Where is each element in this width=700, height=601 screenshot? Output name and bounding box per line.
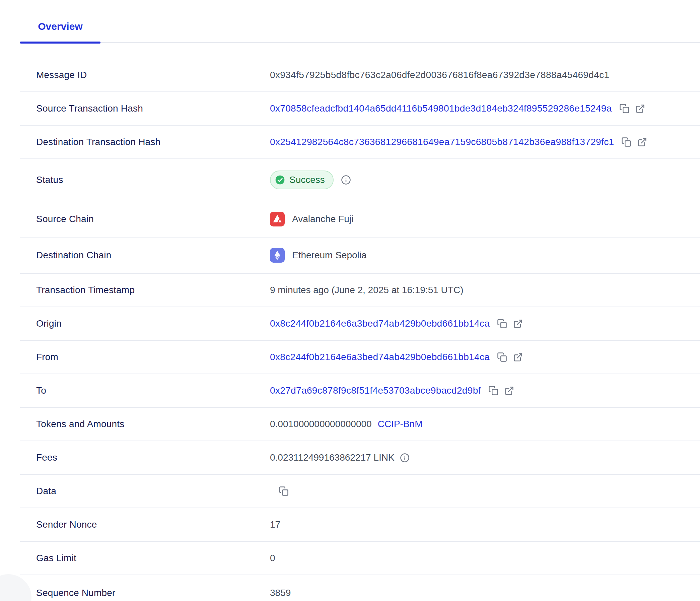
gas-limit-label: Gas Limit — [20, 553, 270, 564]
data-copy-button[interactable] — [279, 486, 289, 496]
copy-icon — [497, 352, 507, 362]
tokens-and-amounts-label: Tokens and Amounts — [20, 419, 270, 429]
from-external-link-button[interactable] — [513, 352, 523, 362]
tab-overview-label: Overview — [38, 21, 82, 32]
copy-icon — [497, 319, 507, 329]
row-gas-limit: Gas Limit 0 — [20, 542, 700, 575]
message-id-label: Message ID — [20, 70, 270, 80]
info-icon — [400, 453, 409, 462]
destination-tx-hash-label: Destination Transaction Hash — [20, 137, 270, 147]
source-chain-label: Source Chain — [20, 214, 270, 224]
data-label: Data — [20, 486, 270, 497]
to-address-link[interactable]: 0x27d7a69c878f9c8f51f4e53703abce9bacd2d9… — [270, 385, 481, 396]
external-link-icon — [513, 352, 523, 362]
destination-chain-label: Destination Chain — [20, 250, 270, 260]
tab-overview[interactable]: Overview — [20, 21, 100, 43]
copy-icon — [619, 103, 629, 114]
origin-label: Origin — [20, 318, 270, 329]
tab-bar: Overview — [0, 0, 700, 43]
destination-chain-name: Ethereum Sepolia — [292, 250, 367, 260]
tab-bar-rule — [20, 42, 700, 43]
destination-tx-external-link-button[interactable] — [638, 137, 647, 147]
to-label: To — [20, 385, 270, 396]
origin-external-link-button[interactable] — [513, 319, 523, 329]
row-source-tx-hash: Source Transaction Hash 0x70858cfeadcfbd… — [20, 92, 700, 126]
copy-icon — [621, 137, 631, 147]
row-from: From 0x8c244f0b2164e6a3bed74ab429b0ebd66… — [20, 341, 700, 374]
external-link-icon — [635, 104, 645, 114]
row-to: To 0x27d7a69c878f9c8f51f4e53703abce9bacd… — [20, 374, 700, 408]
sender-nonce-label: Sender Nonce — [20, 519, 270, 530]
row-destination-tx-hash: Destination Transaction Hash 0x254129825… — [20, 126, 700, 159]
row-origin: Origin 0x8c244f0b2164e6a3bed74ab429b0ebd… — [20, 307, 700, 341]
token-amount-value: 0.001000000000000000 — [270, 419, 372, 429]
gas-limit-value: 0 — [270, 553, 275, 564]
sequence-number-value: 3859 — [270, 587, 291, 598]
fees-label: Fees — [20, 452, 270, 463]
from-address-link[interactable]: 0x8c244f0b2164e6a3bed74ab429b0ebd661bb14… — [270, 352, 490, 362]
destination-tx-copy-button[interactable] — [621, 137, 631, 147]
to-copy-button[interactable] — [488, 385, 498, 396]
tab-active-underline — [20, 42, 100, 44]
destination-chain-value: Ethereum Sepolia — [270, 248, 367, 262]
source-tx-copy-button[interactable] — [619, 103, 629, 114]
status-info-button[interactable] — [341, 175, 351, 185]
row-sequence-number: Sequence Number 3859 — [20, 575, 700, 601]
status-badge-text: Success — [290, 175, 325, 185]
row-data: Data — [20, 475, 700, 508]
to-external-link-button[interactable] — [504, 386, 514, 396]
external-link-icon — [504, 386, 514, 396]
copy-icon — [279, 486, 289, 496]
source-chain-name: Avalanche Fuji — [292, 214, 353, 224]
transaction-timestamp-value: 9 minutes ago (June 2, 2025 at 16:19:51 … — [270, 285, 463, 296]
sender-nonce-value: 17 — [270, 519, 280, 530]
ethereum-logo-glyph — [270, 248, 285, 262]
origin-address-link[interactable]: 0x8c244f0b2164e6a3bed74ab429b0ebd661bb14… — [270, 318, 490, 329]
fees-value: 0.023112499163862217 LINK — [270, 452, 395, 463]
row-message-id: Message ID 0x934f57925b5d8fbc763c2a06dfe… — [20, 59, 700, 92]
row-sender-nonce: Sender Nonce 17 — [20, 508, 700, 542]
row-tokens-and-amounts: Tokens and Amounts 0.001000000000000000 … — [20, 408, 700, 441]
row-transaction-timestamp: Transaction Timestamp 9 minutes ago (Jun… — [20, 274, 700, 307]
status-badge: Success — [270, 171, 333, 189]
copy-icon — [488, 385, 498, 396]
source-tx-hash-label: Source Transaction Hash — [20, 103, 270, 114]
overview-details-table: Message ID 0x934f57925b5d8fbc763c2a06dfe… — [0, 43, 700, 601]
avalanche-logo-glyph — [270, 212, 285, 226]
status-label: Status — [20, 175, 270, 185]
avalanche-chain-icon — [270, 212, 285, 226]
sequence-number-label: Sequence Number — [20, 587, 270, 598]
row-source-chain: Source Chain Avalanche Fuji — [20, 201, 700, 237]
external-link-icon — [513, 319, 523, 329]
external-link-icon — [638, 137, 647, 147]
from-label: From — [20, 352, 270, 362]
source-tx-hash-link[interactable]: 0x70858cfeadcfbd1404a65dd4116b549801bde3… — [270, 103, 612, 114]
from-copy-button[interactable] — [497, 352, 507, 362]
row-fees: Fees 0.023112499163862217 LINK — [20, 441, 700, 475]
info-icon — [341, 175, 351, 185]
ethereum-chain-icon — [270, 248, 285, 262]
check-circle-icon — [275, 175, 285, 185]
row-destination-chain: Destination Chain Ethereum Sepolia — [20, 237, 700, 274]
fees-info-button[interactable] — [400, 453, 409, 462]
transaction-timestamp-label: Transaction Timestamp — [20, 285, 270, 296]
destination-tx-hash-link[interactable]: 0x25412982564c8c7363681296681649ea7159c6… — [270, 137, 614, 147]
origin-copy-button[interactable] — [497, 319, 507, 329]
row-status: Status Success — [20, 159, 700, 201]
message-id-value: 0x934f57925b5d8fbc763c2a06dfe2d003676816… — [270, 70, 609, 80]
source-chain-value: Avalanche Fuji — [270, 212, 353, 226]
source-tx-external-link-button[interactable] — [635, 104, 645, 114]
token-symbol-link[interactable]: CCIP-BnM — [378, 419, 423, 429]
